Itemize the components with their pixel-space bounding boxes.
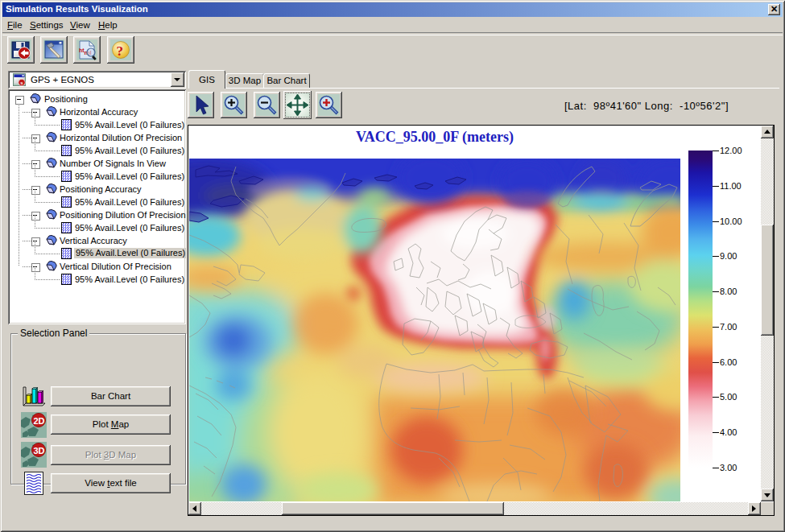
svg-text:2D: 2D: [34, 416, 45, 426]
svg-text:?: ?: [117, 43, 124, 59]
svg-text:3D: 3D: [34, 446, 45, 456]
